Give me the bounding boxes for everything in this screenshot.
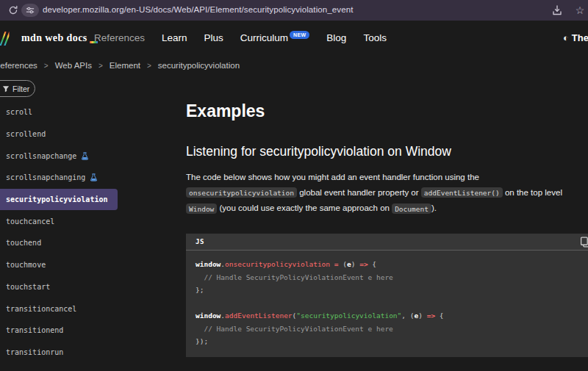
sidebar-item-transitionstart[interactable]: transitionstart [0, 363, 176, 371]
breadcrumb-separator: > [147, 62, 151, 70]
nav-item-references[interactable]: References [94, 32, 145, 43]
address-bar-url[interactable]: developer.mozilla.org/en-US/docs/Web/API… [43, 5, 353, 14]
save-page-icon[interactable] [551, 4, 563, 16]
mdn-logo[interactable]: mdn web docs [0, 30, 98, 46]
breadcrumb: References>Web APIs>Element>securitypoli… [0, 55, 240, 76]
sidebar-item-transitionrun[interactable]: transitionrun [0, 342, 176, 364]
sidebar-item-securitypolicyviolation[interactable]: securitypolicyviolation [0, 189, 118, 211]
filter-button-label: Filter [12, 84, 29, 93]
clipboard-icon [580, 237, 588, 248]
sidebar-item-scroll[interactable]: scroll [0, 101, 176, 123]
mdn-header: mdn web docs ReferencesLearnPlusCurricul… [0, 21, 588, 55]
inline-code: onsecuritypolicyviolation [186, 187, 297, 198]
section-heading: Listening for securitypolicyviolation on… [186, 144, 451, 159]
code-line [196, 297, 588, 310]
filter-button[interactable]: Filter [0, 80, 35, 97]
code-line: window.onsecuritypolicyviolation = (e) =… [196, 258, 588, 271]
sidebar-item-label: touchmove [6, 261, 46, 269]
sidebar-item-scrollsnapchange[interactable]: scrollsnapchange [0, 145, 176, 167]
mdn-logo-mark-icon [0, 32, 10, 46]
breadcrumb-separator: > [44, 62, 49, 70]
sidebar-item-label: securitypolicyviolation [6, 195, 107, 203]
sidebar-item-touchmove[interactable]: touchmove [0, 254, 176, 276]
inline-code: Document [392, 203, 431, 214]
nav-item-blog[interactable]: Blog [326, 32, 346, 43]
code-line: }; [196, 284, 588, 297]
code-line: // Handle SecurityPolicyViolationEvent e… [196, 271, 588, 284]
nav-item-curriculum[interactable]: CurriculumNEW [240, 32, 310, 43]
sidebar-item-touchend[interactable]: touchend [0, 232, 176, 254]
breadcrumb-item[interactable]: References [0, 61, 37, 70]
sidebar-item-label: transitioncancel [6, 305, 76, 313]
breadcrumb-item[interactable]: securitypolicyviolation [158, 61, 240, 70]
sidebar-item-label: touchstart [6, 283, 50, 291]
sidebar-item-label: scrollsnapchange [6, 152, 76, 160]
main-nav: ReferencesLearnPlusCurriculumNEWBlogTool… [94, 21, 387, 55]
nav-item-plus[interactable]: Plus [204, 32, 223, 43]
nav-item-learn[interactable]: Learn [162, 32, 187, 43]
code-line: // Handle SecurityPolicyViolationEvent e… [196, 323, 588, 336]
sidebar-item-label: touchcancel [6, 217, 54, 226]
code-example-block: JS window.onsecuritypolicyviolation = (e… [186, 234, 588, 357]
funnel-icon [2, 85, 10, 93]
sidebar-item-touchcancel[interactable]: touchcancel [0, 210, 176, 232]
new-badge: NEW [290, 31, 309, 39]
bookmark-star-icon[interactable]: ☆ [574, 4, 586, 16]
code-block-header: JS [186, 234, 588, 251]
code-language-label: JS [196, 238, 204, 245]
sidebar-event-list: scrollscrollendscrollsnapchangescrollsna… [0, 101, 176, 371]
sidebar-item-transitioncancel[interactable]: transitioncancel [0, 298, 176, 320]
sidebar-item-label: scrollend [6, 130, 46, 138]
tune-icon [26, 6, 35, 15]
sidebar-item-transitionend[interactable]: transitionend [0, 320, 176, 342]
sidebar-item-scrollend[interactable]: scrollend [0, 123, 176, 145]
site-info-button[interactable] [21, 4, 39, 17]
theme-toggle-label: Theme [572, 32, 588, 43]
sidebar-item-scrollsnapchanging[interactable]: scrollsnapchanging [0, 167, 176, 189]
sidebar-item-touchstart[interactable]: touchstart [0, 276, 176, 298]
nav-item-tools[interactable]: Tools [363, 32, 387, 43]
examples-heading: Examples [186, 101, 265, 121]
mdn-logo-text: mdn web docs [21, 32, 87, 44]
breadcrumb-item[interactable]: Element [110, 61, 140, 70]
sidebar-item-label: transitionend [6, 326, 63, 334]
reload-icon[interactable] [8, 5, 18, 15]
inline-code: Window [186, 203, 217, 214]
intro-paragraph: The code below shows how you might add a… [186, 170, 588, 217]
theme-toggle-button[interactable]: ◐ Theme [563, 21, 588, 55]
experimental-flask-icon [81, 152, 89, 160]
browser-toolbar: developer.mozilla.org/en-US/docs/Web/API… [0, 0, 588, 21]
experimental-flask-icon [90, 173, 98, 181]
code-line: window.addEventListener("securitypolicyv… [196, 309, 588, 323]
sidebar-item-label: transitionrun [6, 348, 63, 356]
sidebar-item-label: scrollsnapchanging [6, 173, 85, 181]
code-line: }); [196, 335, 588, 348]
copy-code-button[interactable] [580, 237, 588, 248]
theme-half-circle-icon: ◐ [563, 32, 569, 43]
sidebar-item-label: touchend [6, 239, 41, 247]
sidebar-item-label: scroll [6, 108, 32, 116]
code-content: window.onsecuritypolicyviolation = (e) =… [186, 251, 588, 357]
breadcrumb-item[interactable]: Web APIs [55, 61, 92, 70]
inline-code: addEventListener() [421, 187, 503, 198]
breadcrumb-separator: > [98, 62, 103, 70]
